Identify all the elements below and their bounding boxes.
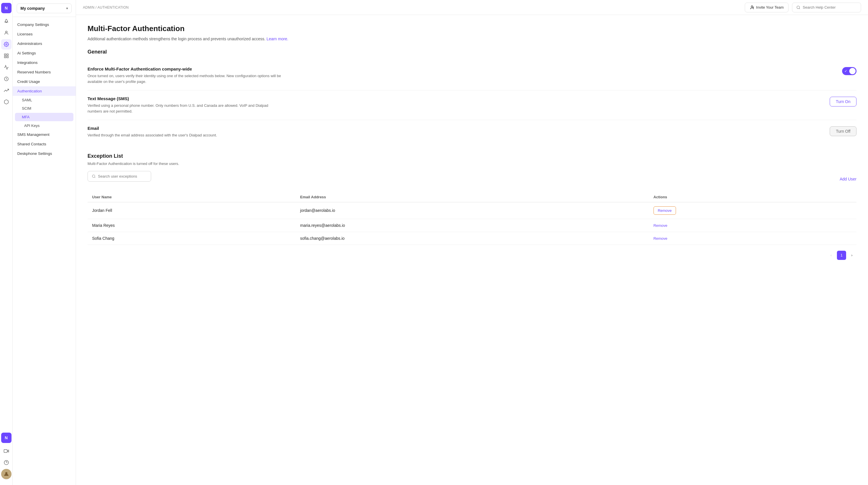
video-icon[interactable] <box>1 446 11 456</box>
company-name: My company <box>21 6 45 11</box>
cell-email: sofia.chang@aerolabs.io <box>296 232 649 245</box>
turn-on-sms-button[interactable]: Turn On <box>830 97 857 106</box>
enforce-mfa-toggle[interactable] <box>842 67 857 75</box>
cell-email: maria.reyes@aerolabs.io <box>296 219 649 232</box>
sidebar-subitem-scim[interactable]: SCIM <box>13 104 76 112</box>
svg-line-16 <box>799 8 800 9</box>
breadcrumb: ADMIN / AUTHENTICATION <box>83 5 129 9</box>
avatar-icon[interactable] <box>1 469 11 479</box>
general-section-title: General <box>88 49 857 55</box>
sidebar-item-reserved-numbers[interactable]: Reserved Numbers <box>13 67 76 77</box>
sidebar-item-shared-contacts[interactable]: Shared Contacts <box>13 139 76 149</box>
gear-icon[interactable] <box>1 39 11 50</box>
topbar-actions: Invite Your Team <box>745 3 861 12</box>
sidebar-subitem-mfa[interactable]: MFA <box>15 113 73 121</box>
box-icon[interactable] <box>1 97 11 107</box>
topbar: ADMIN / AUTHENTICATION Invite Your Team <box>76 0 868 15</box>
sidebar-subitem-api-keys[interactable]: API Keys <box>13 122 76 130</box>
text-message-row: Text Message (SMS) Verified using a pers… <box>88 90 857 120</box>
enforce-mfa-row: Enforce Multi-Factor Authentication comp… <box>88 61 857 90</box>
search-exceptions-box[interactable] <box>88 171 151 182</box>
sidebar-item-authentication[interactable]: Authentication <box>13 86 76 96</box>
svg-rect-8 <box>4 450 7 453</box>
rocket-icon[interactable] <box>1 16 11 27</box>
bottom-logo-icon[interactable]: N <box>1 432 11 443</box>
col-username: User Name <box>88 192 296 202</box>
sidebar-nav: Company Settings Licenses Administrators… <box>13 17 76 485</box>
svg-rect-5 <box>7 57 8 58</box>
sidebar-item-sms-management[interactable]: SMS Management <box>13 130 76 139</box>
cell-actions: Remove <box>649 232 857 245</box>
content-area: Multi-Factor Authentication Additional a… <box>76 15 868 485</box>
remove-button-jordan-fell[interactable]: Remove <box>653 206 676 215</box>
learn-more-link[interactable]: Learn more. <box>267 37 288 41</box>
analytics-icon[interactable] <box>1 51 11 61</box>
email-label: Email <box>88 126 217 131</box>
page-title: Multi-Factor Authentication <box>88 24 857 33</box>
sidebar-item-credit-usage[interactable]: Credit Usage <box>13 77 76 86</box>
text-message-label: Text Message (SMS) <box>88 96 283 101</box>
cell-username: Maria Reyes <box>88 219 296 232</box>
cell-username: Jordan Fell <box>88 202 296 219</box>
cell-actions: Remove <box>649 219 857 232</box>
search-exceptions-icon <box>92 174 96 179</box>
help-icon[interactable] <box>1 457 11 468</box>
sidebar-item-ai-settings[interactable]: Ai Settings <box>13 48 76 58</box>
sidebar-header: My company ▾ <box>13 0 76 17</box>
email-desc: Verified through the email address assoc… <box>88 132 217 138</box>
svg-rect-3 <box>7 54 8 55</box>
search-exceptions-input[interactable] <box>98 174 147 179</box>
svg-rect-4 <box>4 57 6 58</box>
main-container: ADMIN / AUTHENTICATION Invite Your Team … <box>76 0 868 485</box>
icon-rail-top: N <box>1 3 11 431</box>
cell-username: Sofia Chang <box>88 232 296 245</box>
invite-team-button[interactable]: Invite Your Team <box>745 3 788 12</box>
svg-point-12 <box>751 6 752 7</box>
exceptions-table: User Name Email Address Actions Jordan F… <box>88 192 857 245</box>
search-help-input[interactable] <box>803 5 857 9</box>
prev-page-button[interactable]: ‹ <box>827 251 836 260</box>
sidebar-subitem-saml[interactable]: SAML <box>13 96 76 104</box>
sidebar-item-integrations[interactable]: Integrations <box>13 58 76 67</box>
app-logo-icon[interactable]: N <box>1 3 11 13</box>
page-description: Additional authentication methods streng… <box>88 36 857 42</box>
enforce-mfa-info: Enforce Multi-Factor Authentication comp… <box>88 66 283 84</box>
invite-label: Invite Your Team <box>756 5 784 9</box>
col-email: Email Address <box>296 192 649 202</box>
turn-off-email-button[interactable]: Turn Off <box>830 126 857 136</box>
trending-icon[interactable] <box>1 85 11 96</box>
remove-button-sofia-chang[interactable]: Remove <box>653 236 667 240</box>
email-info: Email Verified through the email address… <box>88 126 217 138</box>
svg-point-0 <box>5 31 7 33</box>
svg-point-15 <box>797 6 800 9</box>
sidebar-item-administrators[interactable]: Administrators <box>13 39 76 48</box>
company-selector[interactable]: My company ▾ <box>17 3 72 13</box>
icon-rail-bottom: N <box>1 432 11 482</box>
icon-rail: N N <box>0 0 13 485</box>
page-desc-text: Additional authentication methods streng… <box>88 37 266 41</box>
cell-actions: Remove <box>649 202 857 219</box>
search-help-box[interactable] <box>792 3 861 12</box>
sidebar-item-licenses[interactable]: Licenses <box>13 29 76 39</box>
pagination: ‹ 1 › <box>88 251 857 260</box>
col-actions: Actions <box>649 192 857 202</box>
history-icon[interactable] <box>1 74 11 84</box>
svg-rect-2 <box>4 54 6 55</box>
toggle-knob <box>849 68 856 74</box>
page-1-button[interactable]: 1 <box>837 251 846 260</box>
sidebar-item-deskphone-settings[interactable]: Deskphone Settings <box>13 149 76 158</box>
svg-point-17 <box>92 175 95 177</box>
add-user-button[interactable]: Add User <box>840 177 857 181</box>
person-icon[interactable] <box>1 28 11 38</box>
remove-button-maria-reyes[interactable]: Remove <box>653 223 667 228</box>
chevron-down-icon: ▾ <box>66 6 68 10</box>
invite-icon <box>750 5 754 10</box>
activity-icon[interactable] <box>1 62 11 72</box>
next-page-button[interactable]: › <box>847 251 857 260</box>
exception-section-title: Exception List <box>88 153 857 159</box>
text-message-desc: Verified using a personal phone number. … <box>88 103 283 114</box>
email-row: Email Verified through the email address… <box>88 120 857 144</box>
svg-marker-7 <box>7 450 9 452</box>
sidebar-item-company-settings[interactable]: Company Settings <box>13 20 76 29</box>
table-row: Jordan Fell jordan@aerolabs.io Remove <box>88 202 857 219</box>
